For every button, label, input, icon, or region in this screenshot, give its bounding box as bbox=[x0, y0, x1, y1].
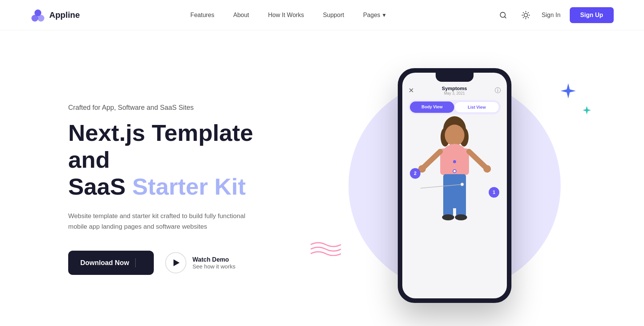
connect-line bbox=[420, 182, 466, 194]
nav-about[interactable]: About bbox=[233, 12, 249, 18]
svg-rect-29 bbox=[456, 190, 466, 217]
phone-screen-date: May 3, 2021 bbox=[442, 91, 467, 95]
search-icon bbox=[499, 11, 507, 19]
svg-line-13 bbox=[528, 12, 528, 12]
phone-screen: ✕ Symptoms May 3, 2021 ⓘ Body View List … bbox=[402, 73, 507, 298]
watch-demo-subtitle: See how it works bbox=[192, 263, 235, 270]
watch-demo-title: Watch Demo bbox=[192, 256, 235, 263]
watch-demo-text: Watch Demo See how it works bbox=[192, 256, 235, 270]
badge-1: 1 bbox=[489, 187, 499, 198]
wave-icon bbox=[311, 241, 341, 256]
hero-title-line1: Next.js Template and bbox=[68, 120, 253, 173]
phone-close-icon: ✕ bbox=[408, 86, 414, 95]
star-green-icon bbox=[583, 106, 591, 114]
svg-line-4 bbox=[505, 16, 506, 18]
nav-pages-dropdown[interactable]: Pages ▾ bbox=[363, 11, 385, 19]
logo[interactable]: Appline bbox=[30, 8, 80, 23]
button-divider bbox=[135, 258, 136, 267]
phone-mockup: ✕ Symptoms May 3, 2021 ⓘ Body View List … bbox=[398, 68, 511, 303]
phone-info-icon: ⓘ bbox=[495, 87, 501, 95]
svg-point-2 bbox=[34, 9, 41, 16]
watch-demo-link[interactable]: Watch Demo See how it works bbox=[165, 252, 235, 273]
nav-right: Sign In Sign Up bbox=[496, 7, 614, 23]
download-now-button[interactable]: Download Now bbox=[68, 251, 154, 275]
play-button[interactable] bbox=[165, 252, 186, 273]
hero-subtitle: Crafted for App, Software and SaaS Sites bbox=[68, 104, 295, 112]
svg-point-32 bbox=[453, 160, 456, 163]
hero-illustration: ✕ Symptoms May 3, 2021 ⓘ Body View List … bbox=[295, 53, 614, 318]
download-label: Download Now bbox=[80, 259, 129, 267]
search-button[interactable] bbox=[496, 8, 510, 22]
svg-line-25 bbox=[469, 151, 486, 167]
sign-up-button[interactable]: Sign Up bbox=[570, 7, 614, 23]
svg-point-33 bbox=[453, 170, 456, 173]
phone-title-area: Symptoms May 3, 2021 bbox=[442, 86, 467, 95]
svg-point-30 bbox=[442, 214, 454, 220]
hero-section: Crafted for App, Software and SaaS Sites… bbox=[0, 30, 644, 326]
nav-support[interactable]: Support bbox=[323, 12, 344, 18]
svg-line-9 bbox=[528, 17, 528, 17]
phone-header: ✕ Symptoms May 3, 2021 ⓘ bbox=[408, 86, 501, 95]
svg-point-19 bbox=[445, 125, 464, 146]
character-illustration bbox=[413, 111, 496, 232]
hero-title-accent: Starter Kit bbox=[132, 173, 246, 200]
phone-body-area: 1 2 bbox=[402, 114, 507, 220]
phone-screen-content: ✕ Symptoms May 3, 2021 ⓘ Body View List … bbox=[402, 82, 507, 114]
hero-content: Crafted for App, Software and SaaS Sites… bbox=[68, 96, 295, 275]
svg-point-5 bbox=[524, 13, 527, 17]
svg-point-31 bbox=[455, 214, 467, 220]
nav-how-it-works[interactable]: How It Works bbox=[268, 12, 304, 18]
hero-description: Website template and starter kit crafted… bbox=[68, 211, 250, 233]
play-icon bbox=[174, 259, 180, 266]
svg-line-8 bbox=[523, 12, 524, 12]
phone-screen-title: Symptoms bbox=[442, 86, 467, 91]
chevron-down-icon: ▾ bbox=[383, 11, 386, 19]
wave-decoration bbox=[311, 241, 341, 257]
logo-icon bbox=[30, 8, 45, 23]
svg-point-35 bbox=[461, 183, 464, 186]
svg-line-23 bbox=[424, 151, 440, 167]
svg-marker-14 bbox=[561, 83, 576, 98]
phone-notch bbox=[436, 73, 474, 82]
star-blue-decoration bbox=[561, 83, 576, 100]
theme-toggle-button[interactable] bbox=[519, 8, 533, 22]
sign-in-button[interactable]: Sign In bbox=[542, 12, 561, 19]
hero-actions: Download Now Watch Demo See how it works bbox=[68, 251, 295, 275]
navbar: Appline Features About How It Works Supp… bbox=[0, 0, 644, 30]
svg-point-26 bbox=[483, 165, 491, 173]
hero-title-line2-normal: SaaS bbox=[68, 173, 132, 200]
nav-features[interactable]: Features bbox=[191, 12, 214, 18]
hero-title: Next.js Template and SaaS Starter Kit bbox=[68, 119, 295, 200]
svg-rect-28 bbox=[443, 190, 453, 217]
phone-device: ✕ Symptoms May 3, 2021 ⓘ Body View List … bbox=[398, 68, 511, 303]
logo-text: Appline bbox=[49, 10, 80, 20]
star-green-decoration bbox=[583, 106, 591, 116]
badge-2: 2 bbox=[410, 168, 420, 179]
svg-line-12 bbox=[523, 17, 524, 17]
svg-line-34 bbox=[420, 184, 462, 188]
nav-links: Features About How It Works Support Page… bbox=[191, 11, 386, 19]
star-blue-icon bbox=[561, 83, 576, 98]
svg-marker-15 bbox=[583, 106, 591, 114]
sun-icon bbox=[522, 11, 530, 19]
